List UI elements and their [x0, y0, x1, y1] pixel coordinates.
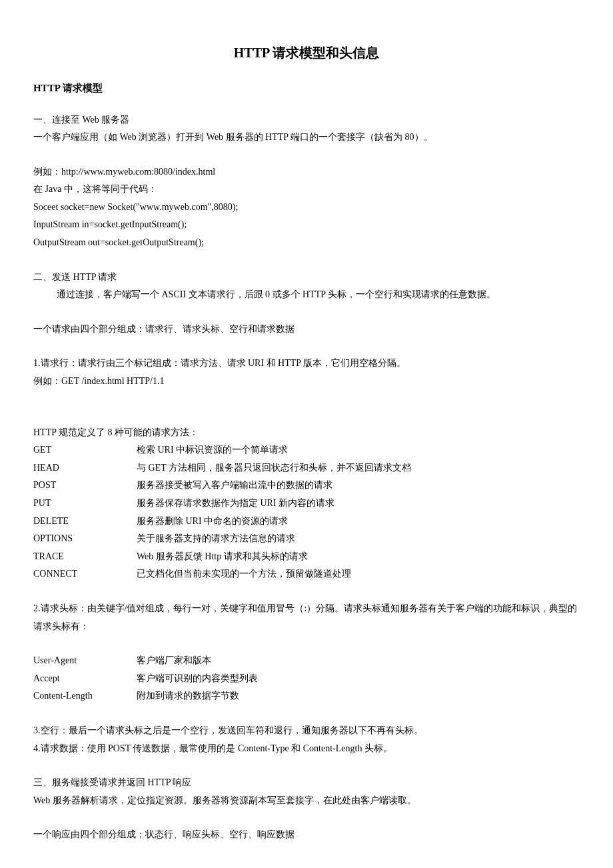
method-name: HEAD	[33, 459, 137, 477]
subsection-heading: 二、发送 HTTP 请求	[33, 269, 580, 287]
code-line: Soceet socket=new Socket("www.myweb.com"…	[33, 199, 580, 217]
body-text: 3.空行：最后一个请求头标之后是一个空行，发送回车符和退行，通知服务器以下不再有…	[33, 722, 580, 740]
body-text: 一个请求由四个部分组成：请求行、请求头标、空行和请求数据	[33, 321, 580, 339]
table-row: OPTIONS关于服务器支持的请求方法信息的请求	[33, 530, 411, 548]
method-name: TRACE	[33, 548, 137, 566]
table-row: CONNECT已文档化但当前未实现的一个方法，预留做隧道处理	[33, 565, 411, 583]
method-desc: 检索 URI 中标识资源的一个简单请求	[137, 441, 411, 459]
body-text: 例如：GET /index.html HTTP/1.1	[33, 373, 580, 391]
method-name: PUT	[33, 495, 137, 513]
body-text: 2.请求头标：由关键字/值对组成，每行一对，关键字和值用冒号（:）分隔。请求头标…	[33, 600, 580, 635]
method-desc: Web 服务器反馈 Http 请求和其头标的请求	[137, 548, 411, 566]
table-row: PUT服务器保存请求数据作为指定 URI 新内容的请求	[33, 495, 411, 513]
method-name: DELETE	[33, 513, 137, 531]
section-heading: HTTP 请求模型	[33, 79, 580, 98]
method-desc: 服务器保存请求数据作为指定 URI 新内容的请求	[137, 495, 411, 513]
body-text: 一个响应由四个部分组成；状态行、响应头标、空行、响应数据	[33, 826, 580, 844]
header-desc: 客户端厂家和版本	[137, 652, 258, 670]
body-text: 例如：http://www.myweb.com:8080/index.html	[33, 163, 580, 181]
document-title: HTTP 请求模型和头信息	[33, 40, 580, 65]
code-line: InputStream in=socket.getInputStream();	[33, 216, 580, 234]
code-line: OutputStream out=socket.getOutputStream(…	[33, 234, 580, 252]
table-row: User-Agent客户端厂家和版本	[33, 652, 258, 670]
subsection-heading: 一、连接至 Web 服务器	[33, 111, 580, 129]
table-row: DELETE服务器删除 URI 中命名的资源的请求	[33, 513, 411, 531]
subsection-heading: 三、服务端接受请求并返回 HTTP 响应	[33, 774, 580, 792]
body-text: 在 Java 中，这将等同于代码：	[33, 181, 580, 199]
table-row: GET检索 URI 中标识资源的一个简单请求	[33, 441, 411, 459]
table-row: POST服务器接受被写入客户端输出流中的数据的请求	[33, 477, 411, 495]
table-row: HEAD与 GET 方法相同，服务器只返回状态行和头标，并不返回请求文档	[33, 459, 411, 477]
method-name: OPTIONS	[33, 530, 137, 548]
method-desc: 服务器删除 URI 中命名的资源的请求	[137, 513, 411, 531]
body-text: Web 服务器解析请求，定位指定资源。服务器将资源副本写至套接字，在此处由客户端…	[33, 792, 580, 810]
body-text: 一个客户端应用（如 Web 浏览器）打开到 Web 服务器的 HTTP 端口的一…	[33, 129, 580, 147]
body-text: 4.请求数据：使用 POST 传送数据，最常使用的是 Content-Type …	[33, 740, 580, 758]
header-name: Accept	[33, 670, 137, 688]
header-desc: 附加到请求的数据字节数	[137, 687, 258, 705]
methods-table: GET检索 URI 中标识资源的一个简单请求 HEAD与 GET 方法相同，服务…	[33, 441, 411, 583]
method-desc: 与 GET 方法相同，服务器只返回状态行和头标，并不返回请求文档	[137, 459, 411, 477]
header-desc: 客户端可识别的内容类型列表	[137, 670, 258, 688]
method-desc: 关于服务器支持的请求方法信息的请求	[137, 530, 411, 548]
method-desc: 已文档化但当前未实现的一个方法，预留做隧道处理	[137, 565, 411, 583]
body-text: HTTP 规范定义了 8 种可能的请求方法：	[33, 424, 580, 442]
header-name: User-Agent	[33, 652, 137, 670]
method-desc: 服务器接受被写入客户端输出流中的数据的请求	[137, 477, 411, 495]
body-text: 1.请求行：请求行由三个标记组成：请求方法、请求 URI 和 HTTP 版本，它…	[33, 355, 580, 373]
method-name: GET	[33, 441, 137, 459]
body-text: 通过连接，客户端写一个 ASCII 文本请求行，后跟 0 或多个 HTTP 头标…	[33, 286, 580, 304]
method-name: POST	[33, 477, 137, 495]
table-row: Accept客户端可识别的内容类型列表	[33, 670, 258, 688]
headers-table: User-Agent客户端厂家和版本 Accept客户端可识别的内容类型列表 C…	[33, 652, 258, 705]
method-name: CONNECT	[33, 565, 137, 583]
header-name: Content-Length	[33, 687, 137, 705]
table-row: TRACEWeb 服务器反馈 Http 请求和其头标的请求	[33, 548, 411, 566]
table-row: Content-Length附加到请求的数据字节数	[33, 687, 258, 705]
